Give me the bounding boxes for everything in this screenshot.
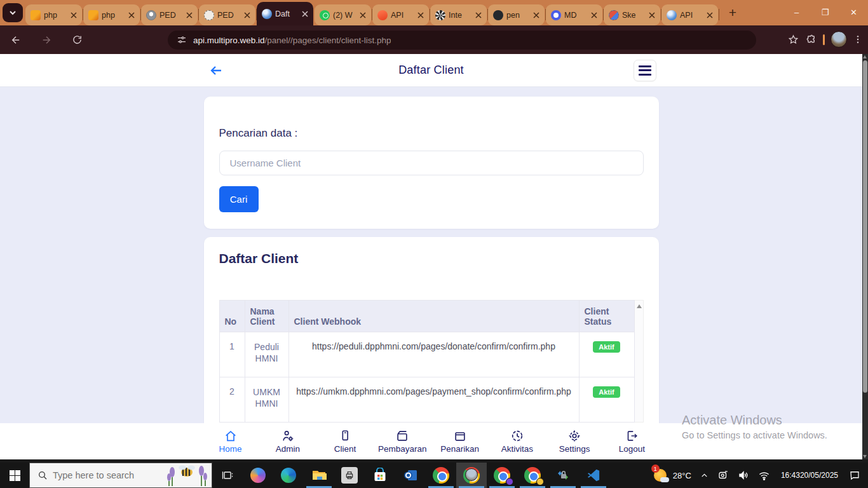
tab-close-icon[interactable] [474,11,483,20]
dashed-duotone-favicon [609,10,619,20]
page-scrollbar[interactable] [862,54,868,459]
smartphone-icon [338,429,352,443]
restore-button[interactable]: ❐ [811,0,839,24]
bottom-navigation: Home Admin Client Pembayaran Penarikan A… [0,423,862,459]
tab-ped-1[interactable]: PED [141,4,198,25]
reload-button[interactable] [66,29,88,51]
weather-widget[interactable]: 1 28°C [648,463,696,488]
edge-button[interactable] [273,463,304,488]
vscode-button[interactable] [578,463,609,488]
username-client-input[interactable] [219,151,644,175]
speaker-icon [738,470,749,481]
task-view-button[interactable] [212,463,243,488]
nav-item-penarikan[interactable]: Penarikan [433,429,487,454]
ink-workspace-button[interactable] [713,463,733,488]
nav-label: Home [219,444,241,454]
column-header-client-webhook: Client Webhook [288,301,579,332]
tab-close-icon[interactable] [532,11,541,20]
start-button[interactable] [0,463,29,488]
copilot-button[interactable] [243,463,273,488]
nav-item-pembayaran[interactable]: Pembayaran [376,429,429,454]
tab-list: php php PED PED Daft (2) W API Inte pen … [25,0,719,25]
edge-icon [281,468,296,483]
tab-ske[interactable]: Ske [604,4,660,25]
tab-close-icon[interactable] [358,11,367,20]
nav-item-settings[interactable]: Settings [548,429,601,454]
chevron-down-icon [9,9,17,17]
purple-profile-badge [506,478,513,485]
clock-widget[interactable]: 16:43 20/05/2025 [775,463,844,488]
taskbar-icons [212,463,609,488]
nav-item-aktivitas[interactable]: Aktivitas [491,429,544,454]
back-arrow-icon [208,63,224,78]
nav-item-home[interactable]: Home [204,429,257,454]
tab-md[interactable]: MD [546,4,602,25]
printer-app-button[interactable] [334,463,365,488]
wifi-button[interactable] [754,463,775,488]
outlook-button[interactable] [395,463,426,488]
page-header: Daftar Client [0,54,862,87]
microsoft-store-button[interactable] [365,463,395,488]
scroll-down-arrow-icon[interactable] [863,455,867,458]
tab-daftar-client-active[interactable]: Daft [257,2,313,25]
tab-close-icon[interactable] [705,11,714,20]
new-tab-button[interactable]: + [723,3,742,22]
chrome-profile-3-button[interactable] [517,463,548,488]
tab-close-icon[interactable] [648,11,656,20]
scrollbar-thumb[interactable] [863,60,867,393]
nav-label: Settings [559,444,590,454]
tab-ped-2[interactable]: PED [199,4,255,25]
cari-button[interactable]: Cari [219,186,259,212]
tab-whatsapp[interactable]: (2) W [315,4,371,25]
taskbar-search-box[interactable] [29,463,212,488]
profile-avatar[interactable] [831,31,847,48]
scroll-up-arrow-icon[interactable] [863,55,867,58]
tab-inte[interactable]: Inte [430,4,487,25]
tab-close-icon[interactable] [127,11,136,20]
tab-phpmyadmin-2[interactable]: php [83,4,140,25]
cell-nama-client: Peduli HMNI [245,332,288,377]
extensions-puzzle-icon[interactable] [805,34,817,46]
tab-search-button[interactable] [3,3,23,22]
hidden-icons-button[interactable] [696,463,713,488]
minimize-button[interactable]: – [782,0,811,24]
file-explorer-button[interactable] [304,463,334,488]
tab-close-icon[interactable] [69,11,78,20]
cell-nama-client: UMKM HMNI [245,377,288,423]
page-back-button[interactable] [207,61,226,80]
action-center-button[interactable] [844,463,868,488]
cell-client-status: Aktif [579,332,634,377]
tab-phpmyadmin-1[interactable]: php [25,4,82,25]
close-button[interactable]: ✕ [839,0,868,24]
tab-api-2[interactable]: API [661,4,718,25]
tab-title: Daft [275,10,297,18]
chrome-profile-button-active[interactable] [456,463,487,488]
tab-close-icon[interactable] [243,11,252,20]
back-button[interactable] [5,29,27,51]
tab-close-icon[interactable] [185,11,194,20]
table-scrollbar[interactable] [635,300,644,423]
bookmark-star-icon[interactable] [787,34,799,46]
kebab-menu-icon[interactable] [853,34,863,44]
scroll-up-arrow-icon[interactable] [637,304,642,308]
nav-item-logout[interactable]: Logout [605,429,658,454]
chrome-button[interactable] [426,463,456,488]
site-settings-tune-icon[interactable] [177,35,187,45]
tab-pen[interactable]: pen [488,4,545,25]
tab-api-1[interactable]: API [372,4,429,25]
nav-item-client[interactable]: Client [318,429,372,454]
address-bar[interactable]: api.multipro.web.id/panel//pages/client/… [168,30,756,50]
forward-button[interactable] [36,29,57,51]
column-header-no: No [219,301,245,332]
chrome-profile-2-button[interactable] [487,463,517,488]
tab-close-icon[interactable] [301,10,309,18]
clock-icon [510,429,524,443]
taskbar-search-input[interactable] [53,470,154,480]
hamburger-menu-button[interactable] [634,60,656,81]
secure-transfer-app-button[interactable] [548,463,578,488]
tab-close-icon[interactable] [590,11,599,20]
tab-close-icon[interactable] [416,11,425,20]
nav-item-admin[interactable]: Admin [261,429,315,454]
microsoft-store-icon [372,468,388,483]
volume-button[interactable] [733,463,754,488]
